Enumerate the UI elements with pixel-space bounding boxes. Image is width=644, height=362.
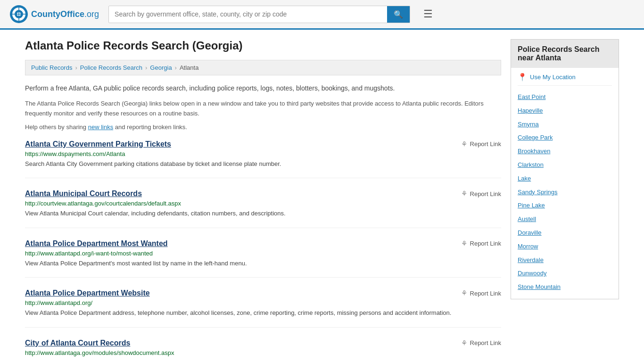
result-item-2: Atlanta Municipal Court Records ⚘ Report…	[25, 189, 501, 228]
page-title: Atlanta Police Records Search (Georgia)	[25, 39, 501, 52]
result-title-row-2: Atlanta Municipal Court Records ⚘ Report…	[25, 189, 501, 198]
breadcrumb-sep-1: ›	[75, 64, 77, 71]
result-item-1: Atlanta City Government Parking Tickets …	[25, 140, 501, 179]
report-link-5[interactable]: ⚘ Report Link	[461, 339, 501, 347]
sidebar-link-college-park[interactable]: College Park	[518, 131, 612, 145]
breadcrumb-georgia[interactable]: Georgia	[150, 64, 172, 71]
new-links-link[interactable]: new links	[88, 123, 113, 131]
report-label-4: Report Link	[470, 290, 501, 297]
sidebar-content: 📍 Use My Location East Point Hapeville S…	[511, 68, 619, 299]
use-my-location-label: Use My Location	[530, 74, 576, 81]
report-link-3[interactable]: ⚘ Report Link	[461, 239, 501, 248]
result-url-5: http://www.atlantaga.gov/modules/showdoc…	[25, 349, 501, 356]
use-my-location[interactable]: 📍 Use My Location	[518, 73, 612, 86]
header: CountyOffice.org 🔍 ☰	[0, 0, 644, 30]
sidebar-link-doraville[interactable]: Doraville	[518, 226, 612, 240]
report-icon-2: ⚘	[461, 189, 467, 198]
logo-org: .org	[84, 9, 99, 19]
breadcrumb: Public Records › Police Records Search ›…	[25, 60, 501, 75]
result-title-3[interactable]: Atlanta Police Department Most Wanted	[25, 239, 168, 248]
help-text: Help others by sharing new links and rep…	[25, 123, 501, 131]
result-desc-4: View Atlanta Police Department address, …	[25, 308, 501, 318]
result-title-2[interactable]: Atlanta Municipal Court Records	[25, 189, 142, 198]
result-title-5[interactable]: City of Atlanta Court Records	[25, 339, 130, 347]
sidebar-link-east-point[interactable]: East Point	[518, 90, 612, 104]
sidebar-link-stone-mountain[interactable]: Stone Mountain	[518, 280, 612, 294]
breadcrumb-sep-3: ›	[175, 64, 177, 71]
content: Atlanta Police Records Search (Georgia) …	[25, 39, 501, 362]
result-title-1[interactable]: Atlanta City Government Parking Tickets	[25, 140, 171, 148]
report-label-2: Report Link	[470, 190, 501, 197]
report-icon-4: ⚘	[461, 289, 467, 297]
sidebar: Police Records Search near Atlanta 📍 Use…	[511, 39, 619, 362]
report-link-1[interactable]: ⚘ Report Link	[461, 140, 501, 148]
report-label-5: Report Link	[470, 339, 501, 346]
results-list: Atlanta City Government Parking Tickets …	[25, 140, 501, 362]
result-title-row-5: City of Atlanta Court Records ⚘ Report L…	[25, 339, 501, 347]
sidebar-link-brookhaven[interactable]: Brookhaven	[518, 145, 612, 158]
logo-icon	[9, 5, 28, 24]
sidebar-link-sandy-springs[interactable]: Sandy Springs	[518, 186, 612, 199]
result-item-5: City of Atlanta Court Records ⚘ Report L…	[25, 339, 501, 362]
breadcrumb-sep-2: ›	[145, 64, 147, 71]
result-url-4: http://www.atlantapd.org/	[25, 299, 501, 306]
search-button[interactable]: 🔍	[387, 6, 410, 23]
breadcrumb-police-records[interactable]: Police Records Search	[80, 64, 142, 71]
report-link-4[interactable]: ⚘ Report Link	[461, 289, 501, 297]
result-url-3: http://www.atlantapd.org/i-want-to/most-…	[25, 250, 501, 257]
result-url-1: https://www.dspayments.com/Atlanta	[25, 150, 501, 157]
result-title-row-1: Atlanta City Government Parking Tickets …	[25, 140, 501, 148]
sidebar-link-smyrna[interactable]: Smyrna	[518, 118, 612, 132]
report-label-3: Report Link	[470, 240, 501, 247]
location-pin-icon: 📍	[518, 73, 527, 82]
sidebar-link-clarkston[interactable]: Clarkston	[518, 158, 612, 172]
result-title-row-3: Atlanta Police Department Most Wanted ⚘ …	[25, 239, 501, 248]
breadcrumb-current: Atlanta	[180, 64, 198, 71]
sidebar-header: Police Records Search near Atlanta	[511, 39, 619, 68]
breadcrumb-public-records[interactable]: Public Records	[31, 64, 72, 71]
report-link-2[interactable]: ⚘ Report Link	[461, 189, 501, 198]
report-label-1: Report Link	[470, 140, 501, 148]
search-input[interactable]	[109, 7, 387, 22]
report-icon-3: ⚘	[461, 239, 467, 248]
sidebar-link-hapeville[interactable]: Hapeville	[518, 104, 612, 118]
sidebar-link-riverdale[interactable]: Riverdale	[518, 254, 612, 267]
report-icon-1: ⚘	[461, 140, 467, 148]
sidebar-link-austell[interactable]: Austell	[518, 213, 612, 226]
sidebar-link-dunwoody[interactable]: Dunwoody	[518, 267, 612, 280]
result-title-4[interactable]: Atlanta Police Department Website	[25, 289, 150, 297]
result-url-2: http://courtview.atlantaga.gov/courtcale…	[25, 200, 501, 207]
search-bar: 🔍	[108, 6, 410, 23]
result-item-4: Atlanta Police Department Website ⚘ Repo…	[25, 289, 501, 328]
report-icon-5: ⚘	[461, 339, 467, 347]
intro-paragraph-2: The Atlanta Police Records Search (Georg…	[25, 99, 501, 119]
result-title-row-4: Atlanta Police Department Website ⚘ Repo…	[25, 289, 501, 297]
result-item-3: Atlanta Police Department Most Wanted ⚘ …	[25, 239, 501, 278]
result-desc-1: Search Atlanta City Government parking c…	[25, 159, 501, 169]
result-desc-3: View Atlanta Police Department's most wa…	[25, 259, 501, 268]
sidebar-link-lake[interactable]: Lake	[518, 172, 612, 186]
logo-county: CountyOffice	[31, 9, 84, 19]
intro-paragraph-1: Perform a free Atlanta, GA public police…	[25, 83, 501, 93]
logo[interactable]: CountyOffice.org	[9, 5, 99, 24]
main-container: Atlanta Police Records Search (Georgia) …	[16, 30, 628, 362]
sidebar-link-pine-lake[interactable]: Pine Lake	[518, 199, 612, 213]
menu-button[interactable]: ☰	[420, 6, 437, 22]
logo-text: CountyOffice.org	[31, 9, 99, 19]
sidebar-link-morrow[interactable]: Morrow	[518, 240, 612, 254]
result-desc-2: View Atlanta Municipal Court calendar, i…	[25, 209, 501, 218]
